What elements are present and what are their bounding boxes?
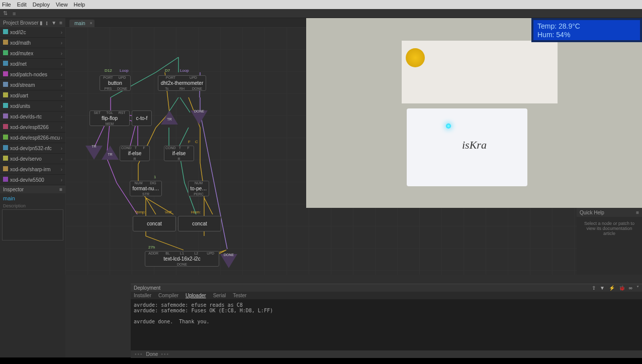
- pin-r: R: [173, 157, 185, 161]
- node-tr1[interactable]: TR: [161, 110, 178, 128]
- inspector-menu-icon[interactable]: ≡: [59, 187, 62, 192]
- lib-item-xod-dev-esp8266-mcu[interactable]: xod-dev/esp8266-mcu›: [0, 133, 65, 143]
- pin-addr: ADDR: [148, 252, 159, 255]
- pin-l2: L2: [191, 252, 202, 255]
- pb-icon-book[interactable]: ▮: [40, 20, 43, 26]
- node-concat2-label: concat: [178, 220, 221, 227]
- lib-item-xod-patch-nodes[interactable]: xod/patch-nodes›: [0, 69, 65, 80]
- tab-uploader[interactable]: Uploader: [186, 293, 206, 298]
- lib-item-xod-dev-esp8266[interactable]: xod-dev/esp8266›: [0, 122, 65, 133]
- menu-edit[interactable]: Edit: [17, 2, 27, 8]
- dep-icon-link[interactable]: ∞: [629, 285, 632, 291]
- deployment-header: Deployment ⇪ ▼ ⚡ 🐞 ∞ ˅: [131, 284, 642, 292]
- node-formatnum[interactable]: NUMDIG format-nu… STR: [130, 181, 162, 196]
- menu-view[interactable]: View: [56, 2, 68, 8]
- dep-icon-filter[interactable]: ▼: [600, 285, 605, 291]
- pin-done: DONE: [192, 87, 203, 90]
- node-flipflop[interactable]: SETTGLRST flip-flop MEM: [89, 110, 130, 126]
- pin-num: NUM: [133, 181, 144, 185]
- pin-tgl: TGL: [104, 111, 115, 114]
- lib-item-xod-dev-sharp-irm[interactable]: xod-dev/sharp-irm›: [0, 164, 65, 175]
- pin-l1: L1: [176, 252, 188, 255]
- node-ifelse1-label: if-else: [120, 150, 149, 157]
- node-button-label: button: [100, 79, 130, 87]
- lib-item-xod-units[interactable]: xod/units›: [0, 101, 65, 111]
- node-button[interactable]: PORTUPD button PRSDONE: [100, 75, 131, 91]
- lib-item-xod-uart[interactable]: xod/uart›: [0, 90, 65, 101]
- board-label: isKra: [462, 139, 487, 152]
- inspector-desc-area[interactable]: [2, 209, 63, 240]
- lib-item-xod-dev-servo[interactable]: xod-dev/servo›: [0, 154, 65, 164]
- lib-item-xod-math[interactable]: xod/math›: [0, 38, 65, 48]
- node-tr2[interactable]: TR: [85, 146, 103, 163]
- lib-item-xod-net[interactable]: xod/net›: [0, 59, 65, 69]
- deployment-log[interactable]: avrdude: safemode: efuse reads as C8 avr…: [131, 299, 642, 350]
- quickhelp-text: Select a node or patch to view its docum…: [577, 217, 642, 240]
- pin-upd: UPD: [205, 252, 216, 255]
- pb-icon-filter[interactable]: ▼: [51, 20, 56, 26]
- node-ctof-label: c-to-f: [132, 114, 151, 122]
- node-tope[interactable]: NUM to-pe… PERC: [188, 181, 209, 196]
- pin-port: PORT: [165, 76, 176, 79]
- pin-upd: UPD: [117, 76, 128, 79]
- pin-prs: PRS: [103, 87, 114, 90]
- deployment-title: Deployment: [134, 285, 160, 291]
- lib-item-xod-stream[interactable]: xod/stream›: [0, 80, 65, 90]
- node-concat1[interactable]: concat: [133, 216, 176, 231]
- lib-item-xod-dev-w5500[interactable]: xod-dev/w5500›: [0, 175, 65, 185]
- pin-tc: Tc: [161, 87, 172, 90]
- tab-installer[interactable]: Installer: [134, 293, 151, 298]
- status-dots-l: •••: [135, 351, 143, 357]
- tab-tester[interactable]: Tester: [233, 293, 246, 298]
- val-f: F: [188, 140, 191, 144]
- dep-icon-bug[interactable]: 🐞: [619, 285, 625, 291]
- tab-close-icon[interactable]: ×: [89, 21, 92, 26]
- lbl-temp: Temp:: [135, 210, 146, 214]
- node-tr3[interactable]: TR: [102, 146, 119, 163]
- menu-deploy[interactable]: Deploy: [33, 2, 50, 8]
- pb-icon-menu[interactable]: ≡: [59, 20, 62, 26]
- dep-icon-zap[interactable]: ⚡: [609, 285, 615, 291]
- deployment-panel: Deployment ⇪ ▼ ⚡ 🐞 ∞ ˅ Installer Compile…: [131, 284, 642, 357]
- node-concat2[interactable]: concat: [178, 216, 221, 231]
- dep-icon-chevron[interactable]: ˅: [636, 285, 639, 291]
- menu-help[interactable]: Help: [74, 2, 85, 8]
- tab-serial[interactable]: Serial: [213, 293, 226, 298]
- node-ifelse1[interactable]: CONDTF if-else R: [120, 146, 150, 161]
- node-lcd[interactable]: ADDR BL L1 L2 UPD text-lcd-16x2-i2c DONE: [145, 251, 219, 267]
- node-done-lcd[interactable]: DONE: [220, 254, 237, 271]
- tab-main[interactable]: main ×: [69, 20, 95, 27]
- lib-item-xod-dev-ds-rtc[interactable]: xod-dev/ds-rtc›: [0, 111, 65, 122]
- tab-compiler[interactable]: Compiler: [158, 293, 178, 298]
- quickhelp-menu-icon[interactable]: ≡: [636, 210, 639, 215]
- tab-main-label: main: [74, 21, 85, 26]
- menu-file[interactable]: File: [2, 2, 11, 8]
- dep-icon-upload[interactable]: ⇪: [592, 285, 596, 291]
- pin-rst: RST: [117, 111, 128, 114]
- node-ctof[interactable]: c-to-f: [132, 110, 152, 126]
- node-done1[interactable]: DONE: [191, 110, 208, 128]
- lib-item-xod-i2c[interactable]: xod/i2c›: [0, 27, 65, 38]
- pin-cond: COND: [121, 146, 132, 150]
- footer: [0, 357, 642, 364]
- done1-label: DONE: [194, 109, 204, 113]
- tr2-label: TR: [91, 145, 96, 148]
- pin-f: F: [184, 146, 193, 150]
- lib-item-xod-dev-pn532-nfc[interactable]: xod-dev/pn532-nfc›: [0, 143, 65, 154]
- node-dht[interactable]: PORTUPD dht2x-thermometer TcRHDONE: [158, 75, 206, 91]
- pin-t: T: [132, 146, 140, 150]
- val-loop1: Loop: [120, 68, 129, 73]
- pin-dig: DIG: [148, 181, 159, 185]
- node-formatnum-label: format-nu…: [130, 185, 161, 192]
- node-dht-label: dht2x-thermometer: [158, 79, 206, 87]
- node-ifelse2[interactable]: CONDTF if-else R: [164, 146, 194, 161]
- arduino-board: isKra: [407, 108, 527, 186]
- project-browser-title: Project Browser: [3, 20, 39, 26]
- tool-icon-2[interactable]: ≡: [13, 11, 16, 17]
- pin-t: T: [176, 146, 185, 150]
- inspector-patch-name: main: [0, 193, 65, 203]
- tool-icon-1[interactable]: ⇅: [3, 10, 8, 17]
- val-c: C: [195, 140, 198, 144]
- pb-icon-tune[interactable]: ⫿: [46, 20, 48, 26]
- lib-item-xod-mutex[interactable]: xod/mutex›: [0, 48, 65, 59]
